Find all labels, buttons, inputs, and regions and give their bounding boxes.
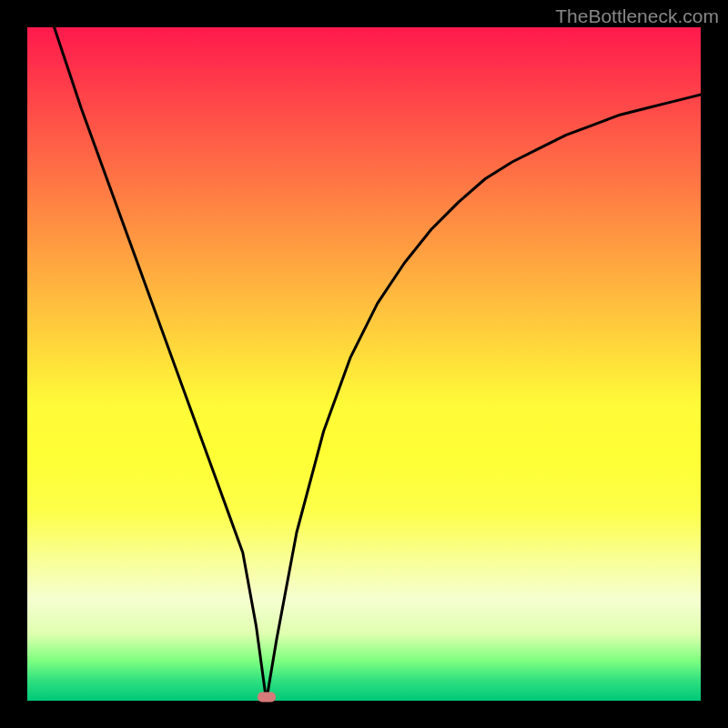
- watermark-text: TheBottleneck.com: [555, 5, 719, 27]
- plot-area: [27, 27, 701, 701]
- minimum-marker: [258, 693, 276, 703]
- bottleneck-curve: [55, 27, 701, 701]
- chart-container: TheBottleneck.com: [0, 0, 728, 728]
- curve-svg: [27, 27, 701, 701]
